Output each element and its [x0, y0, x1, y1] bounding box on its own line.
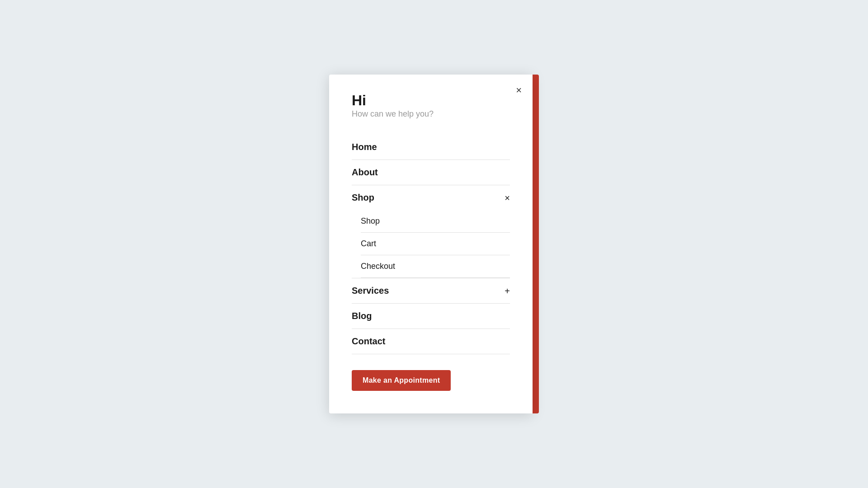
close-icon: ×	[516, 85, 522, 95]
nav-item-shop-row[interactable]: Shop ×	[352, 185, 510, 210]
submenu-item-shop: Shop	[361, 210, 510, 233]
modal-wrapper: × Hi How can we help you? Home About	[329, 75, 539, 413]
nav-item-about-row[interactable]: About	[352, 160, 510, 185]
shop-toggle-icon: ×	[505, 193, 510, 202]
nav-item-contact: Contact	[352, 329, 510, 354]
nav-item-blog: Blog	[352, 304, 510, 329]
greeting-subtitle: How can we help you?	[352, 109, 510, 119]
submenu-item-shop-row[interactable]: Shop	[361, 210, 510, 232]
nav-item-home-label: Home	[352, 142, 377, 152]
greeting-hi: Hi	[352, 93, 510, 108]
greeting-section: Hi How can we help you?	[352, 93, 510, 119]
modal-panel: × Hi How can we help you? Home About	[329, 75, 533, 413]
red-accent-bar	[533, 75, 539, 413]
nav-item-services: Services +	[352, 278, 510, 304]
submenu-item-cart-label: Cart	[361, 239, 376, 248]
close-button[interactable]: ×	[514, 84, 524, 97]
submenu-item-checkout: Checkout	[361, 255, 510, 278]
nav-item-contact-row[interactable]: Contact	[352, 329, 510, 354]
submenu-item-shop-label: Shop	[361, 216, 380, 225]
nav-list: Home About Shop ×	[352, 135, 510, 354]
shop-submenu: Shop Cart Checkout	[352, 210, 510, 278]
nav-item-blog-row[interactable]: Blog	[352, 304, 510, 328]
submenu-item-checkout-row[interactable]: Checkout	[361, 255, 510, 277]
nav-item-about: About	[352, 160, 510, 185]
nav-item-services-label: Services	[352, 286, 389, 296]
nav-item-home: Home	[352, 135, 510, 160]
nav-item-shop-label: Shop	[352, 192, 374, 203]
submenu-item-cart-row[interactable]: Cart	[361, 233, 510, 255]
submenu-item-cart: Cart	[361, 233, 510, 255]
nav-item-about-label: About	[352, 167, 378, 178]
make-appointment-button[interactable]: Make an Appointment	[352, 370, 451, 391]
submenu-item-checkout-label: Checkout	[361, 262, 395, 271]
nav-item-home-row[interactable]: Home	[352, 135, 510, 160]
nav-item-services-row[interactable]: Services +	[352, 278, 510, 303]
nav-item-blog-label: Blog	[352, 311, 372, 321]
services-toggle-icon: +	[505, 286, 510, 296]
nav-item-shop: Shop × Shop Cart	[352, 185, 510, 278]
page-background: × Hi How can we help you? Home About	[0, 0, 868, 488]
nav-item-contact-label: Contact	[352, 336, 385, 347]
